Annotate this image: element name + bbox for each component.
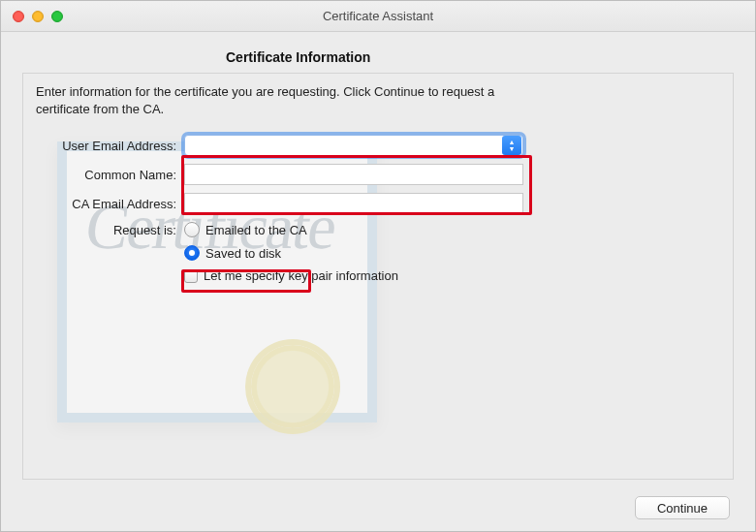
footer: Continue <box>635 496 730 519</box>
common-name-label: Common Name: <box>31 168 176 182</box>
radio-emailed[interactable] <box>184 222 200 237</box>
radio-saved-to-disk[interactable] <box>184 245 200 261</box>
chevron-up-down-icon[interactable]: ▲▼ <box>502 136 521 155</box>
close-icon[interactable] <box>13 11 24 22</box>
window-title: Certificate Assistant <box>1 9 755 23</box>
minimize-icon[interactable] <box>32 11 44 22</box>
user-email-field-wrap: ▲▼ <box>184 135 523 156</box>
row-common-name: Common Name: <box>31 164 713 185</box>
user-email-combobox[interactable] <box>184 135 523 156</box>
row-ca-email: CA Email Address: <box>31 193 713 214</box>
ca-email-label: CA Email Address: <box>31 197 176 211</box>
seal-icon <box>251 345 334 428</box>
continue-button[interactable]: Continue <box>635 496 730 519</box>
radio-emailed-label: Emailed to the CA <box>205 223 307 237</box>
request-is-label: Request is: <box>31 223 176 237</box>
checkbox-keypair[interactable] <box>184 269 198 283</box>
zoom-icon[interactable] <box>51 11 63 22</box>
titlebar: Certificate Assistant <box>1 1 755 32</box>
intro-text: Enter information for the certificate yo… <box>36 83 501 117</box>
radio-saved-label: Saved to disk <box>205 246 281 261</box>
assistant-window: Certificate Assistant Certificate Inform… <box>0 0 756 532</box>
content-area: Certificate Information Certificate Ente… <box>1 32 755 531</box>
row-saved-to-disk: Saved to disk <box>184 245 713 261</box>
user-email-label: User Email Address: <box>31 139 176 153</box>
form-area: Enter information for the certificate yo… <box>31 83 713 291</box>
row-keypair: Let me specify key pair information <box>184 268 713 283</box>
row-user-email: User Email Address: ▲▼ <box>31 135 713 156</box>
page-heading: Certificate Information <box>226 49 734 65</box>
row-request-is: Request is: Emailed to the CA <box>31 222 713 237</box>
common-name-field[interactable] <box>184 164 523 185</box>
window-controls <box>13 11 63 22</box>
checkbox-keypair-label: Let me specify key pair information <box>204 268 398 283</box>
main-panel: Certificate Enter information for the ce… <box>22 73 734 480</box>
ca-email-field[interactable] <box>184 193 523 214</box>
